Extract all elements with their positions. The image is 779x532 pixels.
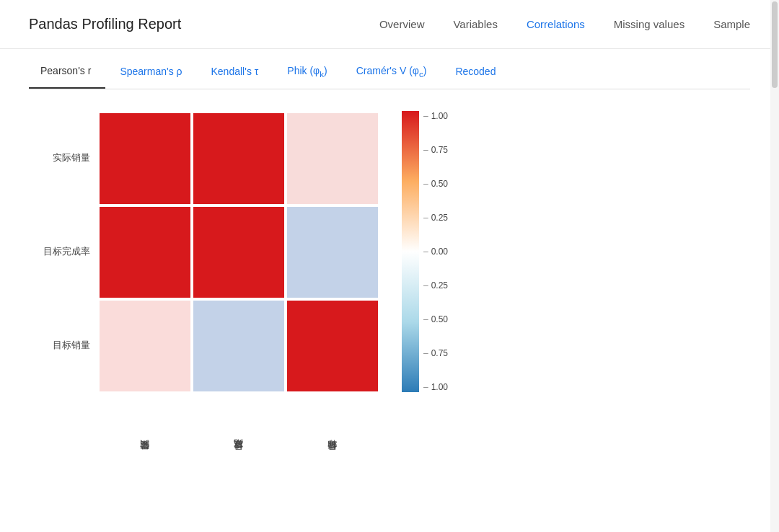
colorbar-tick-3: 0.25	[423, 213, 448, 223]
colorbar-tick-6: 0.50	[423, 314, 448, 324]
cell-1-0	[98, 205, 192, 299]
nav-overview[interactable]: Overview	[379, 18, 425, 30]
tab-recoded[interactable]: Recoded	[441, 55, 510, 89]
cell-2-0	[98, 299, 192, 393]
cell-2-2	[286, 299, 379, 393]
nav-variables[interactable]: Variables	[453, 18, 497, 30]
x-label-1: 目标完成率	[191, 399, 285, 457]
chart-container: 实际销量 目标完成率 目标销量	[43, 111, 750, 457]
content-area: Pearson's r Spearman's ρ Kendall's τ Phi…	[0, 49, 779, 457]
colorbar-gradient	[402, 111, 419, 392]
y-label-2: 目标销量	[43, 298, 90, 392]
cell-0-2	[286, 112, 379, 205]
y-label-0: 实际销量	[43, 111, 90, 205]
colorbar-tick-2: 0.50	[423, 179, 448, 189]
colorbar-wrapper: 1.00 0.75 0.50 0.25 0.00 0.25 0.50 0.75 …	[402, 111, 448, 392]
heatmap-grid	[97, 111, 380, 394]
scrollbar-thumb[interactable]	[772, 1, 778, 88]
colorbar-tick-8: 1.00	[423, 382, 448, 392]
correlation-tabs: Pearson's r Spearman's ρ Kendall's τ Phi…	[29, 49, 750, 89]
tab-spearmans-rho[interactable]: Spearman's ρ	[105, 55, 196, 89]
heatmap-grid-area: 实际销量 目标完成率 目标销量	[97, 111, 380, 457]
colorbar-tick-5: 0.25	[423, 280, 448, 291]
tab-phik[interactable]: Phik (φk)	[273, 55, 341, 89]
y-label-1: 目标完成率	[43, 205, 90, 298]
colorbar-tick-0: 1.00	[423, 111, 448, 121]
nav-sample[interactable]: Sample	[713, 18, 750, 30]
heatmap-wrapper: 实际销量 目标完成率 目标销量	[43, 111, 380, 457]
cell-0-0	[98, 112, 192, 205]
x-label-2: 目标销量	[285, 399, 379, 457]
colorbar-tick-7: 0.75	[423, 348, 448, 358]
cell-1-2	[286, 205, 379, 299]
x-label-0: 实际销量	[97, 399, 191, 457]
tab-pearsons-r[interactable]: Pearson's r	[29, 55, 105, 89]
cell-2-1	[192, 299, 286, 393]
nav-correlations[interactable]: Correlations	[527, 18, 585, 30]
header: Pandas Profiling Report Overview Variabl…	[0, 0, 779, 49]
scrollbar[interactable]	[770, 0, 779, 532]
app-title: Pandas Profiling Report	[29, 16, 181, 32]
cell-0-1	[192, 112, 286, 205]
colorbar-tick-4: 0.00	[423, 247, 448, 257]
heatmap-y-labels: 实际销量 目标完成率 目标销量	[43, 111, 90, 392]
tab-kendalls-tau[interactable]: Kendall's τ	[197, 55, 273, 89]
cell-1-1	[192, 205, 286, 299]
heatmap-x-labels: 实际销量 目标完成率 目标销量	[97, 399, 380, 457]
tab-cramers-v[interactable]: Cramér's V (φc)	[342, 55, 441, 89]
nav-missing-values[interactable]: Missing values	[614, 18, 685, 30]
colorbar-tick-1: 0.75	[423, 145, 448, 155]
colorbar-container: 1.00 0.75 0.50 0.25 0.00 0.25 0.50 0.75 …	[402, 111, 448, 392]
main-nav: Overview Variables Correlations Missing …	[379, 18, 750, 30]
colorbar-ticks: 1.00 0.75 0.50 0.25 0.00 0.25 0.50 0.75 …	[419, 111, 448, 392]
